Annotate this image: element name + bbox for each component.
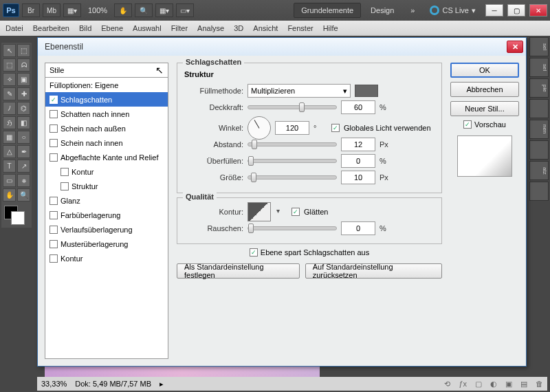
angle-input[interactable]: 120: [275, 121, 309, 135]
stamp-tool[interactable]: ⌬: [17, 102, 30, 115]
style-item[interactable]: Schein nach außen: [45, 121, 168, 135]
style-item[interactable]: Farbüberlagerung: [45, 208, 168, 222]
panel-tab[interactable]: nen: [529, 120, 549, 139]
panel-tab[interactable]: [529, 182, 549, 201]
menu-item[interactable]: Ansicht: [253, 24, 278, 32]
header-btn[interactable]: ✋: [114, 3, 132, 17]
menu-item[interactable]: Fenster: [287, 24, 313, 32]
noise-slider[interactable]: [248, 226, 337, 230]
panel-tab[interactable]: atz: [529, 161, 549, 180]
style-item[interactable]: Kontur: [45, 251, 168, 265]
workspace-more-icon[interactable]: »: [404, 3, 421, 17]
style-checkbox[interactable]: [50, 211, 58, 219]
panel-tab[interactable]: [529, 99, 549, 118]
make-default-button[interactable]: Als Standardeinstellung festlegen: [177, 263, 300, 279]
preview-check[interactable]: ✓: [463, 120, 472, 129]
style-checkbox[interactable]: [50, 124, 58, 133]
status-icon[interactable]: ƒx: [459, 380, 467, 388]
distance-slider[interactable]: [248, 142, 337, 146]
status-icon[interactable]: ▢: [475, 380, 482, 389]
style-checkbox[interactable]: [50, 139, 58, 147]
opacity-input[interactable]: 60: [341, 100, 375, 114]
size-input[interactable]: 10: [341, 171, 375, 184]
tool[interactable]: ⎈: [17, 174, 30, 187]
style-item[interactable]: Abgeflachte Kante und Relief: [45, 150, 168, 164]
antialiased-check[interactable]: ✓: [292, 208, 300, 216]
ok-button[interactable]: OK: [450, 63, 519, 78]
angle-dial[interactable]: [248, 116, 271, 140]
style-item[interactable]: ✓Schlagschatten: [45, 92, 168, 107]
styles-header[interactable]: Stile ↖: [45, 63, 168, 78]
dialog-close-button[interactable]: ✕: [507, 41, 523, 53]
eyedrop-tool[interactable]: ✎: [3, 87, 16, 100]
style-item[interactable]: Füllоptionen: Eigene: [45, 78, 168, 92]
style-checkbox[interactable]: [50, 197, 58, 205]
status-icon[interactable]: ◐: [490, 380, 497, 389]
header-btn[interactable]: 🔍: [135, 3, 153, 17]
maximize-button[interactable]: ▢: [507, 4, 525, 17]
style-checkbox[interactable]: ✓: [50, 96, 58, 104]
panel-tab[interactable]: sel: [529, 37, 549, 56]
style-item[interactable]: Verlaufsüberlagerung: [45, 222, 168, 237]
menu-item[interactable]: Bild: [79, 24, 91, 32]
history-tool[interactable]: ℌ: [3, 116, 16, 129]
zoom-tool[interactable]: 🔍: [17, 188, 30, 202]
style-item[interactable]: Schatten nach innen: [45, 107, 168, 121]
type-tool[interactable]: T: [3, 160, 16, 173]
header-btn[interactable]: ▦▾: [155, 3, 173, 17]
size-slider[interactable]: [248, 175, 337, 179]
menu-item[interactable]: Hilfe: [323, 24, 338, 32]
menu-item[interactable]: 3D: [234, 24, 243, 32]
cancel-button[interactable]: Abbrechen: [450, 82, 519, 97]
heal-tool[interactable]: ✚: [17, 87, 30, 100]
menu-item[interactable]: Auswahl: [133, 24, 162, 32]
style-checkbox[interactable]: [60, 168, 69, 176]
header-btn[interactable]: Br: [22, 3, 40, 17]
brush-tool[interactable]: ﾉ: [3, 102, 16, 115]
cs-live[interactable]: CS Live▾: [430, 6, 476, 15]
zoom-level[interactable]: 100%: [84, 6, 111, 14]
menu-item[interactable]: Datei: [6, 24, 23, 32]
style-checkbox[interactable]: [50, 226, 58, 234]
header-btn[interactable]: ▭▾: [176, 3, 194, 17]
opacity-slider[interactable]: [248, 105, 337, 109]
global-light-check[interactable]: ✓: [331, 124, 340, 132]
pen-tool[interactable]: ✒: [17, 145, 30, 158]
reset-default-button[interactable]: Auf Standardeinstellung zurücksetzen: [305, 263, 442, 279]
panel-tab[interactable]: pie: [529, 78, 549, 98]
status-icon[interactable]: 🗑: [536, 380, 543, 388]
dodge-tool[interactable]: △: [3, 145, 16, 158]
spread-slider[interactable]: [248, 159, 337, 163]
menu-item[interactable]: Analyse: [197, 24, 224, 32]
style-checkbox[interactable]: [50, 254, 58, 263]
lasso-tool[interactable]: ᗣ: [17, 58, 30, 72]
style-item[interactable]: Glanz: [45, 193, 168, 208]
spread-input[interactable]: 0: [341, 154, 375, 168]
shape-tool[interactable]: ▭: [3, 174, 16, 187]
status-zoom[interactable]: 33,33%: [41, 380, 67, 388]
minimize-button[interactable]: ─: [485, 4, 503, 17]
new-style-button[interactable]: Neuer Stil...: [450, 101, 519, 116]
path-tool[interactable]: ↗: [17, 160, 30, 173]
menu-item[interactable]: Bearbeiten: [33, 24, 69, 32]
header-btn[interactable]: Mb: [43, 3, 60, 17]
distance-input[interactable]: 12: [341, 138, 375, 151]
menu-item[interactable]: Ebene: [101, 24, 123, 32]
move-tool[interactable]: ↖: [3, 44, 16, 57]
panel-tab[interactable]: [529, 140, 549, 160]
blend-mode-select[interactable]: Multiplizieren▾: [248, 84, 351, 98]
crop-tool[interactable]: ▣: [17, 73, 30, 86]
style-item[interactable]: Schein nach innen: [45, 135, 168, 150]
panel-tab[interactable]: sel: [529, 58, 549, 77]
style-checkbox[interactable]: [50, 153, 58, 162]
knockout-check[interactable]: ✓: [250, 248, 258, 257]
style-item[interactable]: Struktur: [45, 179, 168, 193]
blur-tool[interactable]: ○: [17, 131, 30, 144]
noise-input[interactable]: 0: [341, 221, 375, 235]
status-doc[interactable]: Dok: 5,49 MB/7,57 MB: [75, 380, 151, 388]
eraser-tool[interactable]: ◧: [17, 116, 30, 129]
contour-picker[interactable]: [248, 202, 271, 221]
style-checkbox[interactable]: [50, 240, 58, 248]
close-button[interactable]: ✕: [529, 4, 547, 17]
style-item[interactable]: Musterüberlagerung: [45, 237, 168, 251]
